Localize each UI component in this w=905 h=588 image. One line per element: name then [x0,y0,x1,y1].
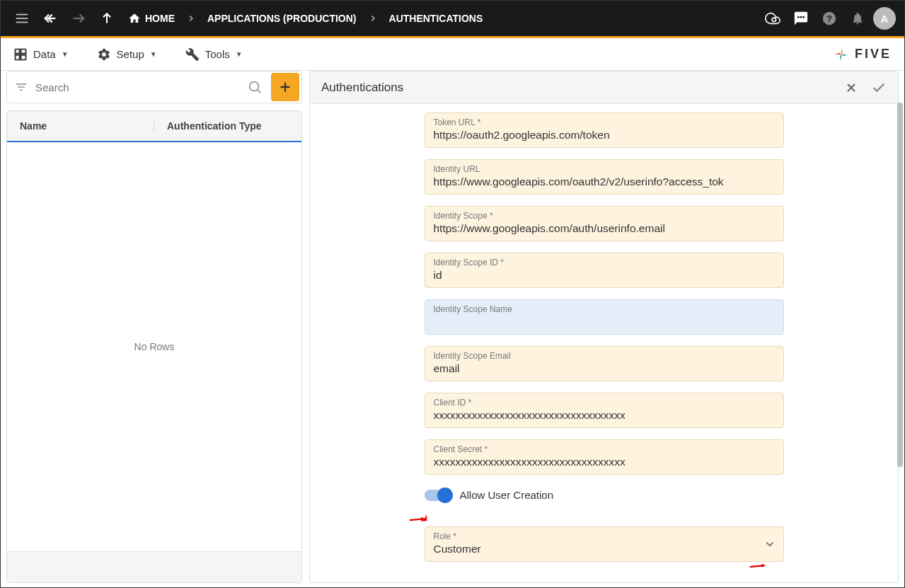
list-footer [7,551,301,582]
chevron-right-icon [362,13,384,23]
top-bar: HOME APPLICATIONS (PRODUCTION) AUTHENTIC… [1,1,904,36]
menu-setup[interactable]: Setup ▼ [97,47,157,62]
svg-point-9 [800,16,802,18]
chevron-down-icon [763,538,776,550]
toggle-label: Allow User Creation [460,489,554,501]
scrollbar-thumb[interactable] [897,103,899,467]
hamburger-icon[interactable] [9,6,35,31]
avatar-initial: A [881,13,889,25]
form-scroll[interactable]: Token URL * https://oauth2.googleapis.co… [310,104,898,582]
field-identity-scope-name[interactable]: Identity Scope Name [425,299,784,335]
search-input[interactable] [35,81,241,93]
list-panel: Name Authentication Type No Rows [6,110,302,583]
field-identity-url[interactable]: Identity URL https://www.googleapis.com/… [425,159,784,195]
chevron-down-icon: ▼ [236,50,243,58]
grid-icon [13,47,28,62]
list-header: Name Authentication Type [7,111,301,142]
svg-line-21 [258,90,260,93]
svg-text:?: ? [826,13,832,24]
detail-header: Authentications [310,71,898,104]
chevron-down-icon: ▼ [150,50,157,58]
close-button[interactable] [844,81,858,95]
add-button[interactable] [271,73,299,101]
toggle-allow-user-creation[interactable] [425,490,450,501]
breadcrumb-label: AUTHENTICATIONS [389,13,483,24]
menu-label: Data [33,48,56,60]
breadcrumb: HOME APPLICATIONS (PRODUCTION) AUTHENTIC… [122,12,488,25]
field-identity-scope-email[interactable]: Identity Scope Email email [425,346,784,381]
breadcrumb-home[interactable]: HOME [122,12,180,25]
logo-text: FIVE [855,47,892,62]
forward-arrow-icon [66,6,91,31]
filter-icon[interactable] [7,80,35,94]
field-identity-scope-id[interactable]: Identity Scope ID * id [425,253,784,288]
svg-point-10 [802,16,805,18]
breadcrumb-applications[interactable]: APPLICATIONS (PRODUCTION) [202,13,362,24]
home-icon [128,12,141,25]
breadcrumb-label: APPLICATIONS (PRODUCTION) [207,13,357,24]
logo: FIVE [832,45,892,64]
chat-icon[interactable] [788,6,814,31]
column-auth-type[interactable]: Authentication Type [154,120,275,132]
menu-bar: Data ▼ Setup ▼ Tools ▼ FIVE [1,38,904,71]
back-arrow-icon[interactable] [38,6,63,31]
up-arrow-icon[interactable] [94,6,120,31]
search-icon[interactable] [241,79,269,95]
column-name[interactable]: Name [7,120,154,132]
svg-marker-19 [834,52,841,54]
breadcrumb-label: HOME [145,13,175,24]
field-token-url[interactable]: Token URL * https://oauth2.googleapis.co… [425,113,784,148]
toggle-allow-user-creation-row: Allow User Creation [425,486,784,504]
chevron-right-icon [180,13,202,23]
detail-title: Authentications [321,81,403,95]
field-identity-scope[interactable]: Identity Scope * https://www.googleapis.… [425,206,784,241]
svg-marker-18 [840,54,841,62]
svg-point-20 [250,82,259,91]
logo-icon [832,45,851,64]
plus-icon [277,79,293,95]
field-client-id[interactable]: Client ID * xxxxxxxxxxxxxxxxxxxxxxxxxxxx… [425,393,784,428]
left-panel: Name Authentication Type No Rows [6,71,302,583]
svg-point-8 [797,16,800,18]
menu-tools[interactable]: Tools ▼ [185,47,243,62]
search-row [6,71,302,103]
content: Name Authentication Type No Rows Authent… [1,71,904,588]
svg-marker-17 [841,54,848,56]
close-icon [844,81,858,95]
svg-marker-16 [841,47,843,54]
bell-icon[interactable] [845,6,870,31]
detail-panel: Authentications Token URL * https://oaut… [309,71,899,583]
field-role[interactable]: Role * Customer [425,526,784,562]
confirm-button[interactable] [871,80,887,96]
breadcrumb-authentications[interactable]: AUTHENTICATIONS [384,13,489,24]
menu-data[interactable]: Data ▼ [13,47,69,62]
help-icon[interactable]: ? [817,6,842,31]
avatar[interactable]: A [873,7,896,30]
check-icon [871,80,887,96]
gear-icon [97,47,111,62]
menu-label: Setup [117,48,144,60]
svg-point-7 [772,18,776,22]
field-client-secret[interactable]: Client Secret * xxxxxxxxxxxxxxxxxxxxxxxx… [425,439,784,475]
chevron-down-icon: ▼ [62,50,69,58]
tools-icon [185,47,200,62]
list-empty: No Rows [7,142,301,551]
cloud-icon[interactable] [760,6,785,31]
menu-label: Tools [205,48,230,60]
